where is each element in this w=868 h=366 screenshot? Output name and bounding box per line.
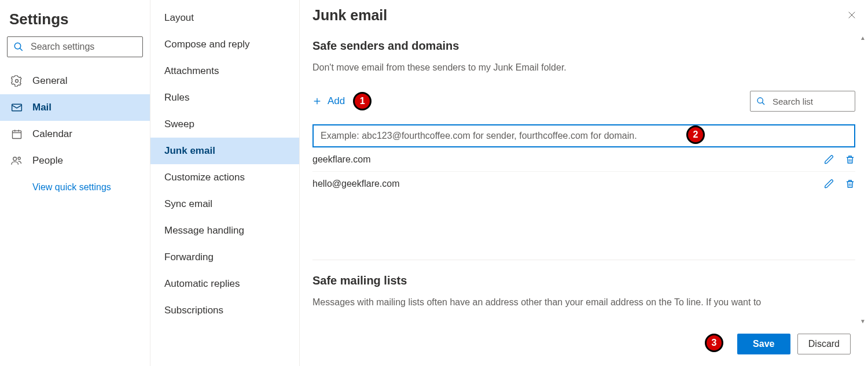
subcat-compose[interactable]: Compose and reply [150, 31, 299, 58]
settings-search[interactable] [7, 36, 143, 57]
safe-sender-search[interactable] [750, 91, 855, 112]
add-safe-sender-button[interactable]: Add [312, 94, 345, 108]
add-label: Add [328, 95, 345, 107]
settings-search-input[interactable] [30, 41, 148, 53]
category-label: Mail [32, 102, 52, 113]
safe-senders-heading: Safe senders and domains [312, 39, 855, 53]
safe-mailing-lists-description: Messages with mailing lists often have a… [312, 295, 855, 309]
category-mail[interactable]: Mail [0, 94, 150, 121]
edit-sender-button[interactable] [824, 154, 834, 165]
delete-sender-button[interactable] [845, 154, 855, 165]
category-calendar[interactable]: Calendar [0, 121, 150, 147]
discard-button[interactable]: Discard [797, 334, 851, 354]
annotation-step-2: 2 [686, 125, 705, 144]
calendar-icon [10, 128, 23, 140]
category-people[interactable]: People [0, 147, 150, 174]
trash-icon [845, 179, 855, 189]
scrollbar[interactable]: ▲ ▼ [859, 32, 867, 327]
svg-rect-4 [13, 131, 21, 138]
safe-senders-description: Don't move email from these senders to m… [312, 61, 855, 75]
plus-icon [312, 97, 322, 106]
svg-point-0 [14, 43, 21, 49]
settings-detail-pane: Junk email Safe senders and domains Don'… [300, 0, 868, 366]
svg-line-1 [20, 48, 23, 51]
trash-icon [845, 154, 855, 165]
subcat-layout[interactable]: Layout [150, 5, 299, 31]
delete-sender-button[interactable] [845, 179, 855, 189]
safe-sender-value: hello@geekflare.com [312, 179, 400, 189]
scroll-up-icon: ▲ [860, 35, 866, 41]
annotation-step-3: 3 [705, 334, 723, 352]
page-title: Settings [0, 7, 150, 36]
settings-subcategory-pane: Layout Compose and reply Attachments Rul… [150, 0, 300, 366]
edit-sender-button[interactable] [824, 179, 834, 189]
subcat-sweep[interactable]: Sweep [150, 111, 299, 138]
panel-title: Junk email [312, 7, 387, 24]
safe-sender-row: hello@geekflare.com [312, 172, 855, 196]
category-list: General Mail Calendar People View quick … [0, 66, 150, 193]
svg-line-18 [762, 102, 764, 105]
svg-point-17 [757, 98, 763, 103]
subcat-subscriptions[interactable]: Subscriptions [150, 297, 299, 324]
subcat-junk-email[interactable]: Junk email [150, 138, 299, 164]
subcat-sync-email[interactable]: Sync email [150, 191, 299, 217]
view-quick-settings-link[interactable]: View quick settings [0, 174, 150, 193]
category-label: People [32, 155, 63, 167]
scroll-down-icon: ▼ [860, 318, 866, 324]
safe-sender-search-input[interactable] [771, 96, 855, 107]
subcat-attachments[interactable]: Attachments [150, 58, 299, 84]
new-safe-sender-input[interactable] [312, 124, 855, 147]
category-label: General [32, 75, 67, 87]
pencil-icon [824, 154, 834, 165]
save-button[interactable]: Save [737, 334, 790, 354]
subcat-rules[interactable]: Rules [150, 84, 299, 111]
settings-category-pane: Settings General Mail Calendar [0, 0, 150, 366]
section-divider [312, 260, 855, 260]
close-button[interactable] [840, 3, 863, 27]
safe-sender-row: geekflare.com [312, 147, 855, 172]
panel-scroll-area[interactable]: Safe senders and domains Don't move emai… [300, 32, 855, 327]
gear-icon [10, 75, 23, 87]
close-icon [847, 10, 856, 20]
subcat-message-handling[interactable]: Message handling [150, 217, 299, 244]
search-icon [756, 97, 766, 106]
people-icon [10, 155, 23, 167]
svg-point-11 [13, 157, 17, 161]
category-label: Calendar [32, 128, 72, 140]
annotation-step-1: 1 [353, 92, 372, 110]
search-icon [13, 42, 24, 52]
safe-sender-value: geekflare.com [312, 154, 371, 165]
mail-icon [10, 102, 23, 113]
subcat-automatic-replies[interactable]: Automatic replies [150, 271, 299, 297]
svg-point-2 [16, 80, 19, 83]
subcat-forwarding[interactable]: Forwarding [150, 244, 299, 271]
svg-point-12 [18, 157, 20, 160]
subcat-customize-actions[interactable]: Customize actions [150, 164, 299, 191]
category-general[interactable]: General [0, 68, 150, 94]
pencil-icon [824, 179, 834, 189]
safe-mailing-lists-heading: Safe mailing lists [312, 274, 855, 287]
